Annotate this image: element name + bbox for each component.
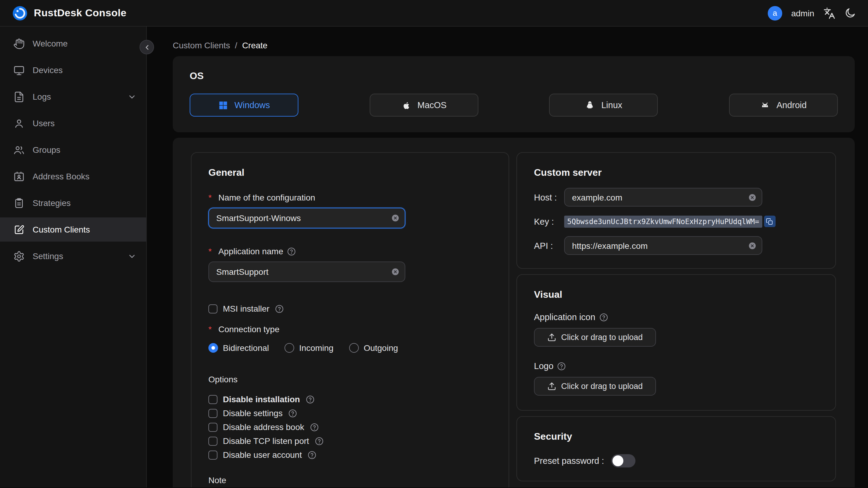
help-question-icon[interactable]	[599, 312, 608, 322]
option-disable-user-account: Disable user account	[208, 450, 492, 460]
msi-installer-label: MSI installer	[223, 304, 270, 313]
option-checkbox[interactable]	[208, 395, 217, 404]
copy-icon[interactable]	[764, 216, 776, 227]
security-panel: Security Preset password :	[517, 416, 836, 481]
radio-circle	[285, 343, 294, 353]
logo-label: Logo	[534, 361, 554, 371]
clear-icon[interactable]	[748, 241, 757, 250]
os-button-macos[interactable]: MacOS	[369, 94, 478, 117]
create-form-card: General Name of the configuration Applic…	[173, 138, 855, 487]
application-icon-label: Application icon	[534, 312, 595, 322]
app-name-input-wrap	[208, 262, 405, 282]
help-question-icon[interactable]	[287, 247, 296, 256]
sidebar-item-logs[interactable]: Logs	[0, 85, 146, 109]
radio-outgoing[interactable]: Outgoing	[349, 343, 398, 353]
key-row: Key : 5Qbwsde3unUcJBtrx9ZkvUmwFNoExHzpry…	[534, 212, 818, 231]
sidebar-item-devices[interactable]: Devices	[0, 58, 146, 82]
help-question-icon[interactable]	[307, 450, 316, 459]
sidebar-item-users[interactable]: Users	[0, 111, 146, 135]
theme-toggle-moon-icon[interactable]	[844, 7, 856, 19]
sidebar-item-label: Users	[33, 118, 55, 128]
sidebar-item-settings[interactable]: Settings	[0, 244, 146, 268]
logo-label-row: Logo	[534, 361, 818, 371]
windows-logo-icon	[218, 100, 228, 110]
option-checkbox[interactable]	[208, 423, 217, 431]
users-group-icon	[13, 144, 25, 155]
preset-password-label: Preset password :	[534, 456, 604, 466]
radio-circle	[208, 343, 218, 353]
clear-icon[interactable]	[391, 267, 400, 276]
name-input[interactable]	[208, 208, 405, 228]
sidebar-collapse-button[interactable]	[140, 40, 154, 54]
sidebar-item-label: Groups	[33, 145, 60, 155]
visual-title: Visual	[534, 289, 818, 300]
option-checkbox[interactable]	[208, 436, 217, 446]
chevron-down-icon	[127, 251, 136, 261]
sidebar-item-address-books[interactable]: Address Books	[0, 164, 146, 188]
breadcrumb-current: Create	[242, 40, 268, 50]
sidebar-item-label: Strategies	[33, 198, 71, 208]
user-name[interactable]: admin	[791, 8, 814, 18]
apple-logo-icon	[401, 100, 411, 110]
help-question-icon[interactable]	[557, 362, 566, 370]
option-disable-address-book: Disable address book	[208, 422, 492, 432]
preset-password-toggle[interactable]	[611, 454, 636, 467]
app-icon-upload-button[interactable]: Click or drag to upload	[534, 328, 656, 347]
android-robot-icon	[760, 100, 770, 110]
radio-bidirectional[interactable]: Bidirectional	[208, 343, 269, 353]
os-button-windows[interactable]: Windows	[190, 94, 299, 117]
option-label: Disable user account	[223, 450, 302, 460]
sidebar-item-strategies[interactable]: Strategies	[0, 191, 146, 215]
os-button-android[interactable]: Android	[729, 94, 838, 117]
radio-circle	[349, 343, 359, 353]
rustdesk-console-app: RustDesk Console a admin	[0, 0, 868, 488]
option-label: Disable TCP listen port	[223, 436, 309, 446]
os-button-linux[interactable]: Linux	[549, 94, 658, 117]
option-label: Disable settings	[223, 408, 283, 418]
connection-type-label: Connection type	[208, 324, 492, 334]
breadcrumb: Custom Clients / Create	[173, 40, 855, 50]
general-title: General	[208, 167, 492, 178]
custom-server-panel: Custom server Host :	[517, 152, 836, 269]
sidebar-item-custom-clients[interactable]: Custom Clients	[0, 217, 146, 242]
api-label: API :	[534, 241, 564, 250]
help-question-icon[interactable]	[288, 408, 297, 418]
upload-icon	[547, 382, 556, 391]
os-button-label: Android	[776, 100, 807, 110]
api-row: API :	[534, 236, 818, 255]
help-question-icon[interactable]	[275, 304, 284, 313]
help-question-icon[interactable]	[314, 436, 323, 446]
option-checkbox[interactable]	[208, 450, 217, 459]
app-title: RustDesk Console	[34, 7, 127, 19]
help-question-icon[interactable]	[310, 423, 319, 431]
app-name-input[interactable]	[208, 262, 405, 282]
breadcrumb-parent[interactable]: Custom Clients	[173, 40, 230, 50]
user-avatar[interactable]: a	[768, 6, 782, 20]
linux-penguin-icon	[585, 100, 595, 110]
option-label: Disable address book	[223, 422, 304, 432]
key-label: Key :	[534, 216, 564, 226]
logo-upload-button[interactable]: Click or drag to upload	[534, 377, 656, 396]
os-card: OS Windows	[173, 56, 855, 132]
security-title: Security	[534, 431, 818, 442]
sidebar: Welcome Devices Logs	[0, 27, 147, 487]
msi-installer-checkbox[interactable]	[208, 304, 217, 313]
language-icon[interactable]	[823, 7, 835, 19]
host-input[interactable]	[564, 188, 762, 207]
option-checkbox[interactable]	[208, 408, 217, 418]
os-options: Windows MacOS	[190, 94, 838, 117]
host-label: Host :	[534, 192, 564, 202]
sidebar-item-groups[interactable]: Groups	[0, 138, 146, 162]
clear-icon[interactable]	[748, 193, 757, 202]
radio-label: Outgoing	[364, 343, 398, 353]
api-input[interactable]	[564, 236, 762, 255]
sidebar-item-label: Custom Clients	[33, 225, 90, 234]
sidebar-item-welcome[interactable]: Welcome	[0, 31, 146, 56]
help-question-icon[interactable]	[305, 395, 314, 404]
note-label: Note	[208, 475, 492, 485]
radio-incoming[interactable]: Incoming	[285, 343, 334, 353]
key-value[interactable]: 5Qbwsde3unUcJBtrx9ZkvUmwFNoExHzpryHuPUdq…	[564, 215, 762, 227]
custom-server-title: Custom server	[534, 167, 818, 178]
general-panel: General Name of the configuration Applic…	[191, 152, 509, 487]
clear-icon[interactable]	[391, 214, 400, 222]
